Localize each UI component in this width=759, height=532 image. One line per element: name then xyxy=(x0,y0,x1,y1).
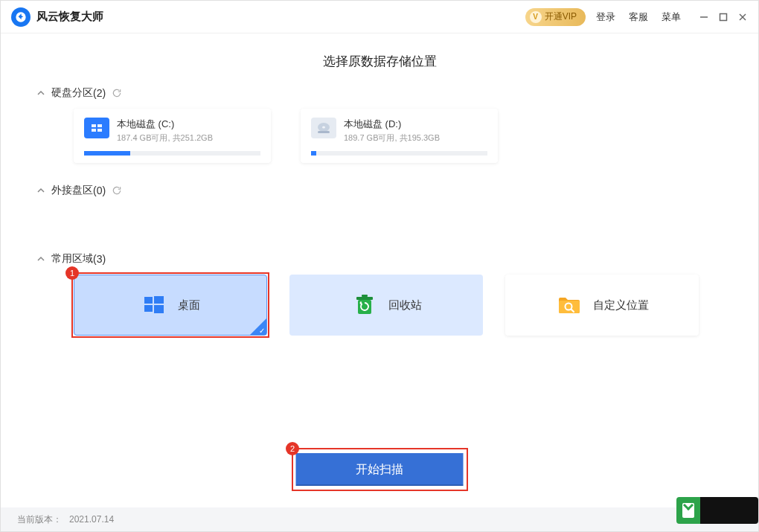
vip-icon: V xyxy=(530,11,542,23)
maximize-button[interactable] xyxy=(714,7,733,27)
check-icon xyxy=(250,318,266,335)
svg-point-10 xyxy=(322,126,325,129)
close-button[interactable] xyxy=(733,7,752,27)
disk-name: 本地磁盘 (C:) xyxy=(117,118,213,131)
section-header-external[interactable]: 外接盘区 (0) xyxy=(36,184,723,197)
scan-button-label: 开始扫描 xyxy=(356,462,403,478)
area-label: 回收站 xyxy=(388,298,422,313)
section-count: (0) xyxy=(93,185,106,196)
area-card-recycle[interactable]: 回收站 xyxy=(289,275,483,336)
watermark-icon xyxy=(676,496,758,525)
recycle-bin-icon xyxy=(351,292,378,318)
svg-rect-1 xyxy=(720,13,727,20)
menu-link[interactable]: 菜单 xyxy=(662,10,681,24)
app-logo-icon xyxy=(11,7,31,27)
area-card-desktop[interactable]: 桌面 xyxy=(74,275,267,336)
start-scan-button[interactable]: 开始扫描 xyxy=(296,453,464,486)
svg-rect-13 xyxy=(154,296,164,304)
svg-rect-19 xyxy=(559,301,580,313)
chevron-up-icon xyxy=(36,186,47,195)
section-count: (2) xyxy=(93,87,106,99)
version-number: 2021.07.14 xyxy=(69,514,114,525)
svg-rect-8 xyxy=(97,129,102,132)
svg-rect-5 xyxy=(92,124,96,127)
svg-rect-15 xyxy=(154,305,164,313)
svg-rect-6 xyxy=(97,124,102,127)
section-label: 常用区域 xyxy=(51,252,93,266)
svg-rect-18 xyxy=(362,295,368,297)
version-label: 当前版本： xyxy=(17,513,62,526)
vip-label: 开通VIP xyxy=(545,10,577,23)
chevron-up-icon xyxy=(36,89,47,97)
disk-card-c[interactable]: 本地磁盘 (C:) 187.4 GB可用, 共251.2GB xyxy=(74,109,271,163)
section-header-disks[interactable]: 硬盘分区 (2) xyxy=(36,86,723,100)
svg-rect-4 xyxy=(89,122,104,134)
login-link[interactable]: 登录 xyxy=(596,10,615,24)
svg-rect-17 xyxy=(356,297,373,300)
support-link[interactable]: 客服 xyxy=(629,10,648,24)
section-label: 硬盘分区 xyxy=(51,86,93,100)
section-count: (3) xyxy=(93,253,106,265)
disk-sub: 187.4 GB可用, 共251.2GB xyxy=(117,132,213,144)
vip-button[interactable]: V 开通VIP xyxy=(525,8,586,26)
svg-rect-14 xyxy=(144,305,153,312)
svg-rect-12 xyxy=(144,297,153,304)
disk-name: 本地磁盘 (D:) xyxy=(344,118,440,131)
disk-icon xyxy=(84,118,109,138)
svg-rect-16 xyxy=(358,300,371,314)
svg-rect-7 xyxy=(92,129,96,132)
disk-icon xyxy=(311,118,336,138)
areas-row: 桌面 回收站 xyxy=(74,275,723,336)
folder-search-icon xyxy=(556,292,583,318)
area-label: 自定义位置 xyxy=(593,298,649,313)
titlebar: 风云恢复大师 V 开通VIP 登录 客服 菜单 xyxy=(1,1,758,33)
refresh-icon[interactable] xyxy=(112,88,122,98)
area-label: 桌面 xyxy=(178,298,200,313)
disk-row: 本地磁盘 (C:) 187.4 GB可用, 共251.2GB 本地磁盘 (D:)… xyxy=(74,109,723,163)
app-title: 风云恢复大师 xyxy=(36,10,103,24)
area-card-custom[interactable]: 自定义位置 xyxy=(505,275,699,336)
section-header-common[interactable]: 常用区域 (3) xyxy=(36,252,723,266)
disk-sub: 189.7 GB可用, 共195.3GB xyxy=(344,132,440,144)
disk-card-d[interactable]: 本地磁盘 (D:) 189.7 GB可用, 共195.3GB xyxy=(301,109,498,163)
footer: 当前版本： 2021.07.14 xyxy=(1,507,758,531)
section-label: 外接盘区 xyxy=(51,184,93,197)
chevron-up-icon xyxy=(36,254,47,263)
windows-icon xyxy=(141,292,167,318)
page-heading: 选择原数据存储位置 xyxy=(1,53,758,70)
refresh-icon[interactable] xyxy=(112,185,122,196)
minimize-button[interactable] xyxy=(694,7,714,27)
disk-usage-bar xyxy=(84,151,260,156)
svg-rect-11 xyxy=(318,131,330,133)
disk-usage-bar xyxy=(311,151,487,156)
